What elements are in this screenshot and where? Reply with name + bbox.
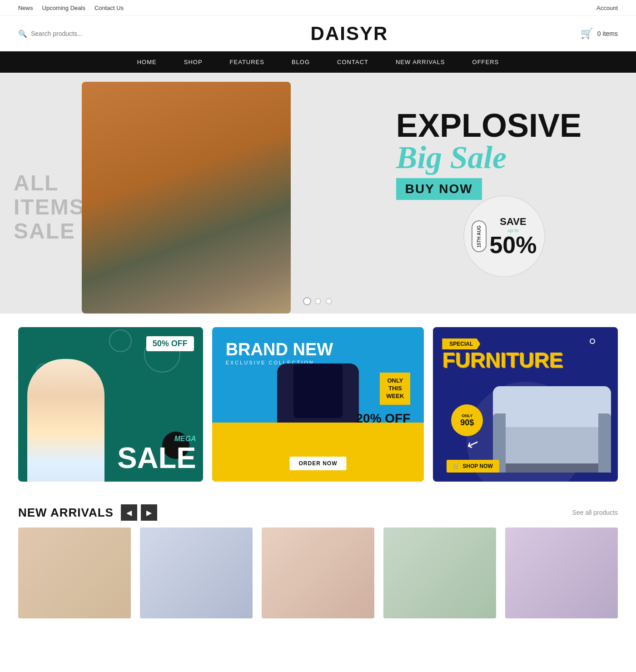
header: 🔍 DAISYR 🛒 0 items (0, 16, 636, 51)
hero-save-percent: 50% (489, 233, 537, 257)
hero-save-badge: 15TH AUG SAVE up to 50% (463, 195, 545, 277)
furniture-label: FURNITURE (442, 349, 563, 370)
product-image-3 (262, 528, 374, 618)
special-label: SPECIAL (442, 338, 480, 349)
percent-symbol: % (516, 232, 537, 258)
promo-section: 50% OFF MEGA SALE BRAND NEW EXCLUSIVE CO… (0, 314, 636, 495)
deco-dot (590, 338, 595, 344)
topbar-news-link[interactable]: News (18, 5, 33, 11)
search-icon: 🔍 (18, 30, 27, 38)
deco-circle-2 (109, 329, 132, 352)
mega-discount-badge: 50% OFF (146, 336, 194, 351)
hero-model (68, 77, 304, 314)
new-arrivals-header: NEW ARRIVALS ◀ ▶ See all products (0, 495, 636, 528)
hero-aug-badge: 15TH AUG (472, 220, 487, 252)
product-card-4[interactable] (383, 528, 496, 618)
products-row (0, 528, 636, 632)
hero-slide-dots (304, 298, 332, 304)
hero-dot-1[interactable] (304, 298, 310, 304)
next-arrow-button[interactable]: ▶ (141, 504, 157, 521)
prev-arrow-button[interactable]: ◀ (121, 504, 137, 521)
hero-dot-2[interactable] (315, 298, 321, 304)
product-image-5 (505, 528, 618, 618)
promo-card-furniture: SPECIAL FURNITURE ONLY 90$ ↙ 🛒 SHOP NOW (433, 327, 618, 482)
product-card-5[interactable] (505, 528, 618, 618)
brand-offer-badge: ONLY THIS WEEK (380, 373, 410, 405)
topbar-upcoming-deals-link[interactable]: Upcoming Deals (42, 5, 85, 11)
product-card-1[interactable] (18, 528, 131, 618)
topbar-contact-us-link[interactable]: Contact Us (94, 5, 124, 11)
brand-new-title: BRAND NEW (226, 341, 411, 358)
cart-label: 0 items (597, 30, 618, 37)
hero-dot-3[interactable] (326, 298, 332, 304)
search-area: 🔍 (18, 30, 118, 38)
hero-section: ALL ITEMS SALE EXPLOSIVE Big Sale BUY NO… (0, 73, 636, 314)
sale-label: SALE (117, 443, 196, 473)
cart-small-icon: 🛒 (453, 463, 460, 469)
brand-yellow-bottom (212, 423, 424, 482)
hero-explosive-text: EXPLOSIVE (396, 109, 581, 142)
woman-figure (27, 359, 104, 482)
product-image-2 (140, 528, 253, 618)
main-nav: HOME SHOP FEATURES BLOG CONTACT NEW ARRI… (0, 51, 636, 73)
cart-icon: 🛒 (581, 28, 593, 40)
topbar-account-link[interactable]: Account (596, 5, 618, 11)
sofa-image (493, 386, 611, 473)
brand-discount: 20% OFF (356, 411, 411, 426)
product-image-1 (18, 528, 131, 618)
promo-card-mega-sale: 50% OFF MEGA SALE (18, 327, 203, 482)
nav-shop[interactable]: SHOP (184, 59, 203, 65)
hero-save-label: SAVE (489, 216, 537, 228)
see-all-link[interactable]: See all products (572, 509, 618, 516)
product-image-4 (383, 528, 496, 618)
search-input[interactable] (31, 30, 113, 37)
nav-offers[interactable]: OFFERS (472, 59, 499, 65)
nav-arrows: ◀ ▶ (121, 504, 157, 521)
shop-now-button[interactable]: 🛒 SHOP NOW (447, 460, 499, 473)
nav-new-arrivals[interactable]: NEW ARRIVALS (396, 59, 445, 65)
nav-features[interactable]: FEATURES (230, 59, 264, 65)
nav-blog[interactable]: BLOG (292, 59, 310, 65)
furniture-tag: SPECIAL FURNITURE (442, 338, 563, 370)
hero-buynow-button[interactable]: BUY NOW (396, 178, 482, 200)
product-card-2[interactable] (140, 528, 253, 618)
cart-area[interactable]: 🛒 0 items (581, 28, 618, 40)
order-now-button[interactable]: ORDER NOW (290, 457, 347, 470)
top-bar-left: News Upcoming Deals Contact Us (18, 5, 124, 11)
hero-right-content: EXPLOSIVE Big Sale BUY NOW (396, 109, 581, 200)
furniture-price-badge: ONLY 90$ (451, 404, 483, 436)
product-card-3[interactable] (262, 528, 374, 618)
top-bar-right: Account (596, 4, 618, 12)
nav-home[interactable]: HOME (137, 59, 157, 65)
nav-contact[interactable]: CONTACT (337, 59, 368, 65)
top-bar: News Upcoming Deals Contact Us Account (0, 0, 636, 16)
new-arrivals-title: NEW ARRIVALS (18, 506, 114, 520)
site-logo[interactable]: DAISYR (311, 23, 388, 45)
hero-bigsale-text: Big Sale (396, 142, 581, 174)
promo-card-brand-new: BRAND NEW EXCLUSIVE COLLECTION ONLY THIS (212, 327, 424, 482)
mega-sale-text: MEGA SALE (117, 435, 196, 473)
